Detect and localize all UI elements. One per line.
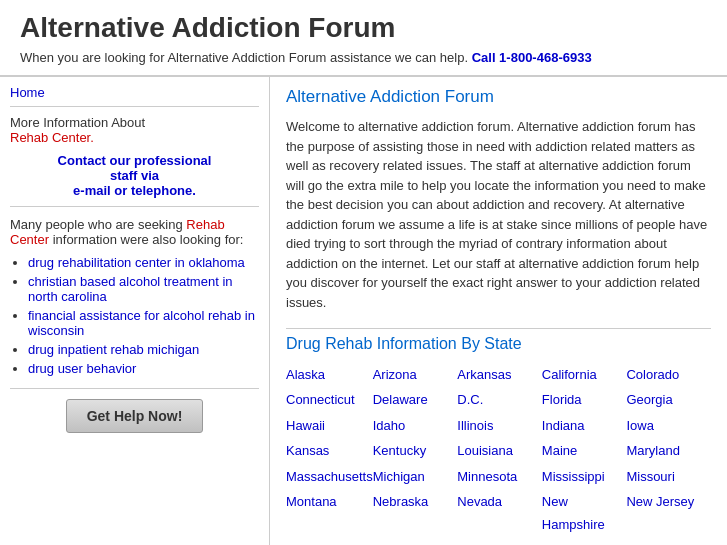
state-link[interactable]: Missouri [626,465,711,488]
state-link[interactable]: Illinois [457,414,542,437]
state-link[interactable]: Nevada [457,490,542,537]
state-link[interactable]: Delaware [373,388,458,411]
sidebar: Home More Information About Rehab Center… [0,77,270,545]
states-section-title: Drug Rehab Information By State [286,328,711,353]
sidebar-contact: Contact our professional staff via e-mai… [10,153,259,207]
sidebar-list-link[interactable]: drug rehabilitation center in oklahoma [28,255,245,270]
content-body: Welcome to alternative addiction forum. … [286,117,711,312]
rehab-center-link[interactable]: Rehab Center. [10,130,94,145]
get-help-button[interactable]: Get Help Now! [66,399,204,433]
list-item: drug inpatient rehab michigan [28,342,259,357]
state-link[interactable]: Indiana [542,414,627,437]
sidebar-list-link[interactable]: drug user behavior [28,361,136,376]
state-link[interactable]: Florida [542,388,627,411]
sidebar-button-area: Get Help Now! [10,388,259,433]
state-link[interactable]: Connecticut [286,388,373,411]
state-link[interactable]: Minnesota [457,465,542,488]
sidebar-seeking: Many people who are seeking Rehab Center… [10,217,259,247]
contact-link[interactable]: e-mail or telephone. [73,183,196,198]
state-link[interactable]: California [542,363,627,386]
state-link[interactable]: Massachusetts [286,465,373,488]
state-link[interactable]: Colorado [626,363,711,386]
page-header: Alternative Addiction Forum When you are… [0,0,727,76]
state-link[interactable]: Kansas [286,439,373,462]
content-title: Alternative Addiction Forum [286,87,711,107]
list-item: drug user behavior [28,361,259,376]
sidebar-list-link[interactable]: christian based alcohol treatment in nor… [28,274,233,304]
sidebar-list-link[interactable]: drug inpatient rehab michigan [28,342,199,357]
list-item: drug rehabilitation center in oklahoma [28,255,259,270]
state-link[interactable]: New Jersey [626,490,711,537]
state-link[interactable]: Hawaii [286,414,373,437]
state-link[interactable]: Nebraska [373,490,458,537]
state-link[interactable]: Georgia [626,388,711,411]
state-link[interactable]: D.C. [457,388,542,411]
state-link[interactable]: Kentucky [373,439,458,462]
state-link[interactable]: Arkansas [457,363,542,386]
state-link[interactable]: Iowa [626,414,711,437]
sidebar-more-info: More Information About Rehab Center. [10,115,259,145]
main-layout: Home More Information About Rehab Center… [0,76,727,545]
state-link[interactable]: Alaska [286,363,373,386]
state-link[interactable]: Michigan [373,465,458,488]
state-link[interactable]: Mississippi [542,465,627,488]
list-item: financial assistance for alcohol rehab i… [28,308,259,338]
state-link[interactable]: New Hampshire [542,490,627,537]
state-link[interactable]: Idaho [373,414,458,437]
header-subtitle: When you are looking for Alternative Add… [20,50,707,65]
sidebar-list-link[interactable]: financial assistance for alcohol rehab i… [28,308,255,338]
state-link[interactable]: Montana [286,490,373,537]
state-link[interactable]: Arizona [373,363,458,386]
sidebar-links-list: drug rehabilitation center in oklahomach… [10,255,259,376]
states-grid: AlaskaArizonaArkansasCaliforniaColoradoC… [286,363,711,537]
state-link[interactable]: Louisiana [457,439,542,462]
main-content: Alternative Addiction Forum Welcome to a… [270,77,727,545]
state-link[interactable]: Maryland [626,439,711,462]
phone-link[interactable]: Call 1-800-468-6933 [472,50,592,65]
sidebar-home-link[interactable]: Home [10,85,259,107]
page-title: Alternative Addiction Forum [20,12,707,44]
state-link[interactable]: Maine [542,439,627,462]
list-item: christian based alcohol treatment in nor… [28,274,259,304]
